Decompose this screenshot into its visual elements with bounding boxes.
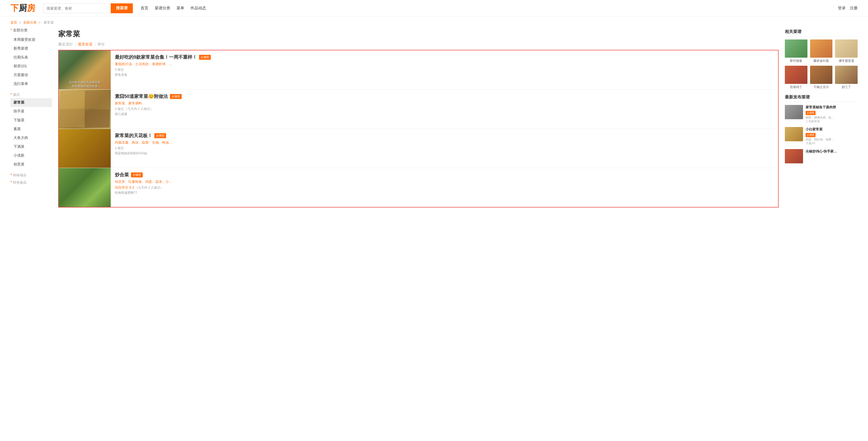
logo-chu: 厨: [19, 3, 27, 13]
latest-info-2: 尖椒炒鸡心-快手家…: [806, 149, 858, 155]
related-name-3: 宫保鸡丁: [785, 85, 807, 89]
nav-works[interactable]: 作品动态: [190, 6, 206, 11]
related-name-5: 炒三丁: [835, 85, 858, 89]
sidebar-item-weekly[interactable]: 本周最受欢迎: [10, 35, 52, 44]
related-title: 相关菜谱: [785, 29, 858, 36]
related-item-2[interactable]: 佛手观音莲: [835, 39, 858, 63]
sidebar-item-xiaoqingxin[interactable]: 小清新: [10, 151, 52, 160]
list-item: 小白家常菜 步骤图 鸡蛋、西红柿、胡萝… 下用户f: [785, 127, 858, 145]
main-nav: 首页 菜谱分类 菜单 作品动态: [141, 6, 838, 11]
recipe-info-1: 最好吃的9款家常菜合集！一周不重样！ 步骤图 番茄肉片汤、土豆肉丝、葱香虾球、……: [111, 50, 778, 89]
sort-divider1: |: [75, 42, 76, 46]
related-item-4[interactable]: 干锅土豆片: [810, 66, 833, 89]
step-badge-2: 步骤图: [170, 94, 182, 99]
breadcrumb-home[interactable]: 首页: [10, 21, 17, 25]
recipe-name-4[interactable]: 炒合菜 步骤图: [115, 172, 774, 178]
latest-title: 最新发布菜谱: [785, 95, 858, 102]
search-button[interactable]: 搜菜谱: [111, 3, 133, 13]
sidebar-item-jiachang[interactable]: 家常菜: [10, 98, 52, 107]
sidebar-item-kuaishou[interactable]: 快手菜: [10, 107, 52, 116]
sidebar-item-monthly-best[interactable]: 月度最佳: [10, 71, 52, 79]
sort-bar: 最近流行 | 最受欢迎 | 评分: [58, 42, 779, 47]
sidebar-item-kitchen101[interactable]: 厨房101: [10, 62, 52, 71]
breadcrumb-all-category[interactable]: 全部分类: [23, 21, 37, 25]
latest-ingredients-1: 鸡蛋、西红柿、胡萝…: [806, 138, 858, 141]
nav-category[interactable]: 菜谱分类: [155, 6, 170, 11]
recipe-thumb-3[interactable]: [59, 129, 111, 168]
recipe-ingredients-2: 家常菜、家常调料: [115, 101, 774, 106]
recipe-thumb-2[interactable]: [59, 90, 111, 129]
recipe-made-2: 3 做过 （七天内 1 人做过）: [115, 107, 774, 111]
sidebar-item-sucai[interactable]: 素菜: [10, 125, 52, 134]
recipe-author-3[interactable]: 我是猪妹的妈妈叫SA妹: [115, 151, 774, 156]
latest-name-1[interactable]: 小白家常菜: [806, 127, 858, 132]
related-thumb-0: [785, 39, 807, 58]
recipe-made-3: 1 做过: [115, 146, 774, 150]
latest-name-2[interactable]: 尖椒炒鸡心-快手家…: [806, 149, 858, 154]
latest-thumb-2[interactable]: [785, 149, 803, 163]
latest-list: 家常菜鲳鱼干蒸肉饼 步骤图 鲳鱼、猪梅头肉、盐… 二毛的哥哥 小白家常菜 步骤图…: [785, 105, 858, 163]
login-link[interactable]: 登录: [838, 6, 846, 11]
related-item-0[interactable]: 翠竹报春: [785, 39, 807, 63]
special-bullet: *: [10, 173, 12, 178]
page-title: 家常菜: [58, 29, 779, 39]
related-grid: 翠竹报春 爆炒金针菇 佛手观音莲 宫保鸡丁 干锅土豆片 炒三丁: [785, 39, 858, 89]
nav-home[interactable]: 首页: [141, 6, 148, 11]
sort-score[interactable]: 评分: [97, 42, 105, 47]
special-title: 特殊场合: [13, 173, 27, 178]
latest-thumb-0[interactable]: [785, 105, 803, 119]
latest-thumb-1[interactable]: [785, 127, 803, 141]
logo-xia: 下: [10, 3, 19, 13]
sort-divider2: |: [95, 42, 96, 46]
sidebar-item-past-headline[interactable]: 往期头条: [10, 53, 52, 62]
recipe-author-4[interactable]: 吃饱再减肥啊77: [115, 191, 774, 195]
sidebar-item-trending-menu[interactable]: 流行菜单: [10, 79, 52, 88]
latest-author-0[interactable]: 二毛的哥哥: [806, 120, 858, 123]
latest-name-0[interactable]: 家常菜鲳鱼干蒸肉饼: [806, 105, 858, 110]
sort-recent[interactable]: 最近流行: [58, 42, 73, 47]
recipe-author-2[interactable]: 慈心蔬素: [115, 112, 774, 116]
related-item-3[interactable]: 宫保鸡丁: [785, 66, 807, 89]
main-content: 家常菜 最近流行 | 最受欢迎 | 评分 适合新手做的九款家常菜想吃谁做的就交给…: [58, 27, 779, 207]
recipe-info-3: 家常菜的天花板！ 步骤图 内脂豆腐、肉沫、蒜蓉、生抽、蚝油… 1 做过 我是猪妹…: [111, 129, 778, 168]
recipe-name-1[interactable]: 最好吃的9款家常菜合集！一周不重样！ 步骤图: [115, 54, 774, 60]
recipe-thumb-4[interactable]: [59, 168, 111, 207]
header-right: 登录 注册: [838, 6, 858, 11]
related-thumb-3: [785, 66, 807, 84]
list-item: 尖椒炒鸡心-快手家…: [785, 149, 858, 163]
recipe-ingredients-1: 番茄肉片汤、土豆肉丝、葱香虾球、…: [115, 62, 774, 67]
nav-menu[interactable]: 菜单: [177, 6, 184, 11]
breadcrumb-current: 家常菜: [44, 21, 54, 25]
recipe-name-3[interactable]: 家常菜的天花板！ 步骤图: [115, 132, 774, 139]
sort-popular[interactable]: 最受欢迎: [78, 42, 93, 47]
sidebar: * 全部分类 本周最受欢迎 新秀菜谱 往期头条 厨房101 月度最佳 流行菜单 …: [10, 27, 52, 207]
related-thumb-2: [835, 39, 858, 58]
header: 下厨房 搜菜谱 首页 菜谱分类 菜单 作品动态 登录 注册: [0, 0, 868, 16]
related-item-5[interactable]: 炒三丁: [835, 66, 858, 89]
right-sidebar: 相关菜谱 翠竹报春 爆炒金针菇 佛手观音莲 宫保鸡丁 干锅土豆片: [785, 27, 858, 207]
table-row: 家常菜的天花板！ 步骤图 内脂豆腐、肉沫、蒜蓉、生抽、蚝油… 1 做过 我是猪妹…: [59, 129, 778, 168]
table-row: 适合新手做的九款家常菜想吃谁做的就交给谁 最好吃的9款家常菜合集！一周不重样！ …: [59, 50, 778, 90]
register-link[interactable]: 注册: [850, 6, 858, 11]
recipe-author-1[interactable]: 胖鱼美食: [115, 73, 774, 77]
latest-ingredients-0: 鲳鱼、猪梅头肉、盐…: [806, 115, 858, 120]
sidebar-item-chuangyi[interactable]: 创意菜: [10, 160, 52, 169]
logo[interactable]: 下厨房: [10, 3, 35, 14]
latest-author-1[interactable]: 下用户f: [806, 141, 858, 145]
step-badge-4: 步骤图: [131, 172, 143, 177]
table-row: 炒合菜 步骤图 绿豆芽、红薯粉条、鸡蛋、蒜末、小… 综合评分 8.3 （七天内 …: [59, 168, 778, 207]
sidebar-item-dayu[interactable]: 大鱼大肉: [10, 134, 52, 142]
sidebar-item-xiafan[interactable]: 下饭菜: [10, 116, 52, 125]
logo-fang: 房: [27, 3, 35, 13]
recipe-name-2[interactable]: 素囧50道家常菜😊附做法 步骤图: [115, 93, 774, 99]
related-item-1[interactable]: 爆炒金针菇: [810, 39, 833, 63]
search-input[interactable]: [43, 3, 111, 13]
sidebar-item-all[interactable]: 全部分类: [13, 27, 28, 34]
related-name-1: 爆炒金针菇: [810, 59, 833, 63]
caishi-bullet: *: [10, 93, 12, 97]
sidebar-item-newcomer[interactable]: 新秀菜谱: [10, 44, 52, 53]
recipe-thumb-1[interactable]: 适合新手做的九款家常菜想吃谁做的就交给谁: [59, 50, 111, 89]
sidebar-item-xiajiu[interactable]: 下酒菜: [10, 142, 52, 151]
special-food-title: 特色食品: [13, 180, 27, 185]
related-name-2: 佛手观音莲: [835, 59, 858, 63]
